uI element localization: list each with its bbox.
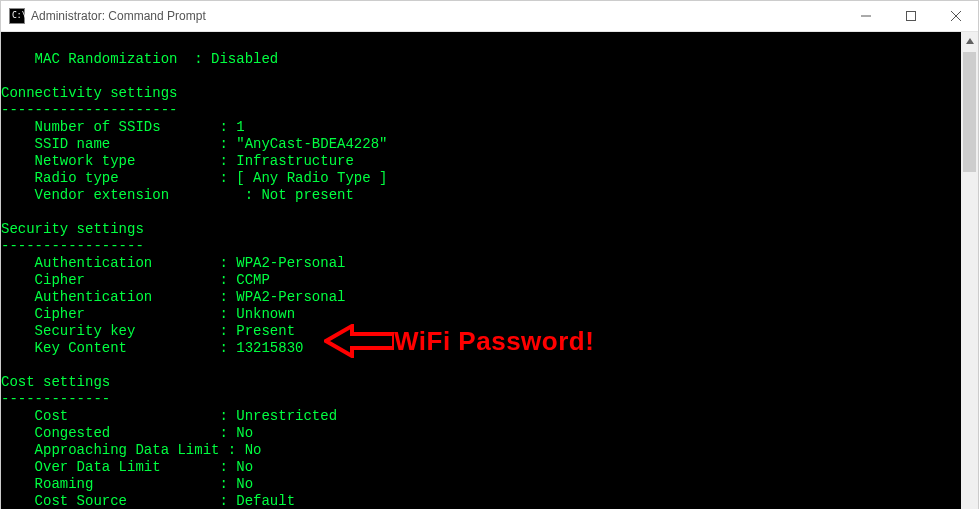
window-frame: C:\ Administrator: Command Prompt MAC Ra…	[0, 0, 979, 509]
terminal-lines: MAC Randomization : Disabled Connectivit…	[1, 51, 961, 509]
maximize-button[interactable]	[888, 1, 933, 31]
close-button[interactable]	[933, 1, 978, 31]
titlebar[interactable]: C:\ Administrator: Command Prompt	[1, 1, 978, 32]
chevron-up-icon	[966, 38, 974, 44]
vertical-scrollbar[interactable]	[961, 32, 978, 509]
scrollbar-thumb[interactable]	[963, 52, 976, 172]
svg-rect-1	[906, 12, 915, 21]
scroll-up-button[interactable]	[961, 32, 978, 49]
client-area: MAC Randomization : Disabled Connectivit…	[1, 32, 978, 509]
svg-marker-4	[966, 38, 974, 44]
app-icon: C:\	[9, 8, 25, 24]
terminal-output[interactable]: MAC Randomization : Disabled Connectivit…	[1, 32, 961, 509]
minimize-button[interactable]	[843, 1, 888, 31]
window-title: Administrator: Command Prompt	[31, 9, 206, 23]
